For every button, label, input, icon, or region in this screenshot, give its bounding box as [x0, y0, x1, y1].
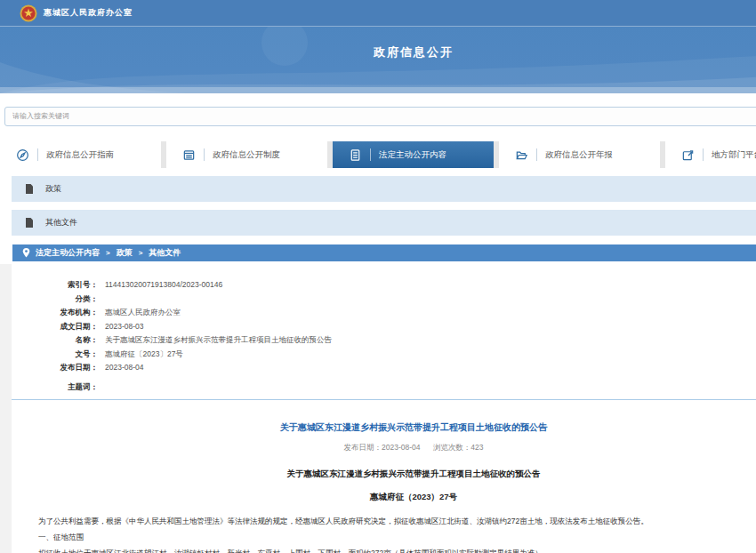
meta-value: [98, 381, 105, 395]
page-viewport: 惠城区人民政府办公室 政府信息公开 政府信息公开指南: [0, 0, 756, 553]
breadcrumb-item-other-documents[interactable]: 其他文件: [149, 247, 181, 259]
section-row-other-documents[interactable]: 其他文件: [12, 210, 756, 236]
article-paragraph: 一、征地范围: [23, 531, 756, 543]
meta-label: 文号：: [12, 348, 98, 362]
breadcrumb-separator: >: [106, 249, 110, 257]
meta-row-keywords: 主题词：: [12, 381, 756, 395]
tab-disclosure-guide[interactable]: 政府信息公开指南: [0, 141, 161, 168]
tab-divider: [703, 148, 704, 161]
tab-label: 法定主动公开内容: [379, 149, 446, 161]
meta-label: 发布机构：: [12, 306, 98, 320]
top-bar: 惠城区人民政府办公室: [0, 0, 756, 27]
national-emblem-icon: [20, 4, 37, 22]
section-label: 政策: [45, 183, 61, 195]
tab-label: 政府信息公开指南: [46, 149, 114, 161]
tab-divider: [536, 148, 537, 161]
meta-row-index-number: 索引号： 114413020071913804/2023-00146: [12, 278, 756, 293]
section-label: 其他文件: [45, 217, 77, 228]
breadcrumb-separator: >: [139, 249, 143, 257]
tab-divider: [204, 148, 205, 161]
meta-row-publish-date: 发布日期： 2023-08-04: [12, 361, 756, 375]
meta-label: 名称：: [12, 333, 98, 348]
location-pin-icon: [22, 248, 30, 258]
meta-row-issuing-agency: 发布机构： 惠城区人民政府办公室: [12, 306, 756, 320]
article-paragraph: 为了公共利益需要，根据《中华人民共和国土地管理法》等法律法规的规定，经惠城区人民…: [23, 515, 756, 527]
meta-value: 2023-08-04: [98, 361, 143, 375]
file-icon: [25, 218, 34, 228]
meta-label: 发布日期：: [12, 361, 98, 375]
breadcrumb-item-statutory-content[interactable]: 法定主动公开内容: [36, 247, 100, 259]
page-title: 政府信息公开: [0, 44, 756, 60]
banner-bottom-strip: [0, 87, 756, 93]
meta-value: 关于惠城区东江漫道乡村振兴示范带提升工程项目土地征收的预公告: [98, 333, 332, 348]
list-icon: [182, 148, 196, 162]
article-body: 为了公共利益需要，根据《中华人民共和国土地管理法》等法律法规的规定，经惠城区人民…: [23, 515, 756, 553]
nav-tabs: 政府信息公开指南 政府信息公开制度: [0, 141, 756, 168]
breadcrumb-item-policy[interactable]: 政策: [117, 247, 133, 259]
document-icon: [349, 148, 362, 162]
tab-local-platform-links[interactable]: 地方部门平台链接: [665, 141, 756, 168]
tab-disclosure-system[interactable]: 政府信息公开制度: [166, 141, 327, 168]
meta-label: 分类：: [12, 293, 98, 307]
meta-label: 索引号：: [12, 278, 98, 293]
section-row-policy[interactable]: 政策: [12, 176, 756, 202]
tab-divider: [370, 148, 371, 161]
compass-icon: [16, 148, 29, 162]
meta-value: 2023-08-03: [98, 320, 143, 334]
search-input[interactable]: [4, 107, 756, 126]
document-number: 惠城府征（2023）27号: [12, 492, 756, 503]
article-meta: 发布日期：2023-08-04 浏览次数：423: [12, 443, 756, 453]
meta-value: 惠城府征〔2023〕27号: [98, 348, 183, 362]
meta-value: [98, 293, 105, 307]
article-view-count: 浏览次数：423: [433, 443, 484, 452]
tab-statutory-disclosure-content[interactable]: 法定主动公开内容: [333, 141, 494, 168]
search-section: [0, 93, 756, 141]
file-icon: [25, 184, 34, 194]
tab-label: 政府信息公开制度: [213, 149, 280, 161]
link-icon: [681, 148, 695, 162]
tab-disclosure-annual-report[interactable]: 政府信息公开年报: [499, 141, 660, 168]
meta-row-category: 分类：: [12, 293, 756, 307]
document-title: 关于惠城区东江漫道乡村振兴示范带提升工程项目土地征收的预公告: [12, 469, 756, 480]
folder-icon: [515, 148, 528, 162]
tab-divider: [37, 148, 38, 161]
meta-row-written-date: 成文日期： 2023-08-03: [12, 320, 756, 334]
banner: 政府信息公开: [0, 27, 756, 93]
meta-label: 成文日期：: [12, 320, 98, 334]
meta-value: 惠城区人民政府办公室: [98, 306, 181, 320]
breadcrumb: 法定主动公开内容 > 政策 > 其他文件: [12, 244, 756, 261]
meta-value: 114413020071913804/2023-00146: [98, 278, 222, 293]
meta-row-title: 名称： 关于惠城区东江漫道乡村振兴示范带提升工程项目土地征收的预公告: [12, 333, 756, 348]
tab-label: 政府信息公开年报: [545, 149, 613, 161]
meta-row-doc-number: 文号： 惠城府征〔2023〕27号: [12, 348, 756, 362]
article-card: 索引号： 114413020071913804/2023-00146 分类： 发…: [12, 264, 756, 553]
article-publish-date: 发布日期：2023-08-04: [343, 443, 420, 452]
site-name: 惠城区人民政府办公室: [44, 7, 133, 19]
article-title-link[interactable]: 关于惠城区东江漫道乡村振兴示范带提升工程项目土地征收的预公告: [12, 421, 756, 434]
article-paragraph: 拟征收土地位于惠城区江北街道望江村，汝湖镇虾村村、新光村、东亚村、上围村、下围村…: [23, 547, 756, 553]
meta-label: 主题词：: [12, 381, 98, 395]
tab-label: 地方部门平台链接: [712, 149, 756, 161]
content-panel: 索引号： 114413020071913804/2023-00146 分类： 发…: [0, 264, 756, 553]
section-divider: [12, 399, 756, 400]
